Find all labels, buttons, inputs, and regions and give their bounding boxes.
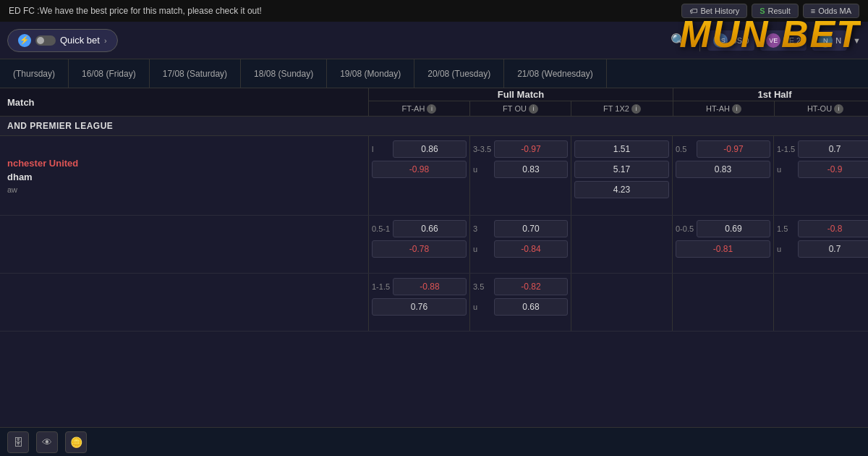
odds-box[interactable]: 0.83: [676, 161, 770, 178]
match-info: [0, 274, 369, 331]
ht-ah-col: 0.5 -0.97 0.83: [673, 136, 774, 215]
date-tab-sun[interactable]: 18/08 (Sunday): [241, 59, 327, 88]
ft-1x2-col: 1.51 5.17 4.23: [571, 136, 673, 215]
ft-ou-col: 3-3.5 -0.97 u 0.83: [470, 136, 571, 215]
odds-row: -0.98: [372, 161, 467, 178]
date-tab-tue[interactable]: 20/08 (Tuesday): [414, 59, 504, 88]
odds-box[interactable]: -0.97: [697, 140, 770, 158]
odds-row: u 0.7: [777, 240, 868, 258]
coin-icon: 🪙: [70, 436, 82, 448]
odds-label: 0.5-1: [372, 224, 390, 233]
odds-box[interactable]: 0.83: [494, 161, 568, 178]
odds-row: u -0.84: [473, 240, 568, 258]
odds-box[interactable]: 0.70: [494, 220, 568, 237]
odds-label: u: [473, 165, 491, 174]
odds-box[interactable]: -0.84: [494, 240, 568, 258]
odds-label: 3-3.5: [473, 145, 491, 153]
odds-box-2[interactable]: 4.23: [574, 181, 669, 198]
odds-box-x[interactable]: 5.17: [574, 161, 669, 178]
odds-label: l: [372, 145, 390, 153]
quick-bet-button[interactable]: ⚡ Quick bet ›: [7, 29, 118, 52]
odds-box[interactable]: -0.9: [798, 161, 868, 178]
odds-row: -0.81: [676, 240, 770, 258]
ft-1x2-info[interactable]: i: [631, 104, 641, 114]
odds-label: u: [473, 303, 491, 311]
odds-row: u 0.68: [473, 298, 568, 316]
odds-box[interactable]: 0.7: [798, 140, 868, 158]
full-match-label: Full Match: [369, 88, 673, 101]
odds-row: l 0.86: [372, 140, 467, 158]
th-ft-1x2: FT 1X2 i: [571, 101, 673, 116]
home-team: nchester United: [7, 158, 361, 169]
date-tab-fri[interactable]: 16/08 (Friday): [69, 59, 150, 88]
odds-row: 3.5 -0.82: [473, 278, 568, 295]
odds-row: u -0.9: [777, 161, 868, 178]
odds-box-1[interactable]: 1.51: [574, 140, 669, 158]
th-ht-ah: HT-AH i: [673, 101, 775, 116]
eye-icon-btn[interactable]: 👁: [36, 431, 58, 453]
odds-box[interactable]: -0.98: [372, 161, 467, 178]
odds-row: 1-1.5 -0.88: [372, 278, 467, 295]
match-info: [0, 216, 369, 273]
ht-ou-info[interactable]: i: [834, 104, 843, 114]
draw-label: aw: [7, 185, 361, 194]
db-icon-btn[interactable]: 🗄: [7, 431, 29, 453]
bottom-toolbar: 🗄 👁 🪙: [0, 427, 868, 456]
date-tab-sat[interactable]: 17/08 (Saturday): [150, 59, 241, 88]
ht-ou-col-empty: [774, 274, 868, 331]
date-tab-wed[interactable]: 21/08 (Wednesday): [504, 59, 607, 88]
odds-box[interactable]: 0.68: [494, 298, 568, 316]
ft-1x2-col-empty: [571, 216, 673, 273]
th-1st-half: 1st Half HT-AH i HT-OU i: [673, 88, 868, 116]
odds-label: 3.5: [473, 282, 491, 291]
league-row: AND PREMIER LEAGUE: [0, 117, 868, 136]
ft-ah-col: 0.5-1 0.66 -0.78: [369, 216, 470, 273]
odds-box[interactable]: -0.81: [676, 240, 770, 258]
table-row: 1-1.5 -0.88 0.76 3.5 -0.82 u 0.68: [0, 274, 868, 332]
ft-ah-info[interactable]: i: [427, 104, 436, 114]
odds-row: 3-3.5 -0.97: [473, 140, 568, 158]
ht-ah-info[interactable]: i: [732, 104, 741, 114]
odds-row: 0.5-1 0.66: [372, 220, 467, 237]
ft-ah-col: 1-1.5 -0.88 0.76: [369, 274, 470, 331]
announcement-text: ED FC :We have the best price for this m…: [9, 6, 681, 16]
odds-label: u: [777, 165, 795, 174]
first-half-subcols: HT-AH i HT-OU i: [673, 101, 868, 116]
eye-icon: 👁: [42, 436, 52, 448]
odds-label: 1.5: [777, 224, 795, 233]
odds-box[interactable]: -0.78: [372, 240, 467, 258]
odds-label: u: [777, 245, 795, 253]
odds-box[interactable]: 0.69: [697, 220, 770, 237]
toggle-knob: [37, 37, 44, 44]
ft-ou-col: 3.5 -0.82 u 0.68: [470, 274, 571, 331]
odds-box[interactable]: 0.76: [372, 298, 467, 316]
ft-ah-col: l 0.86 -0.98: [369, 136, 470, 215]
coin-icon-btn[interactable]: 🪙: [65, 431, 87, 453]
match-info: nchester United dham aw: [0, 136, 369, 215]
th-ft-ou: FT OU i: [470, 101, 571, 116]
quick-bet-toggle[interactable]: [35, 35, 56, 46]
ht-ou-col: 1-1.5 0.7 u -0.9: [774, 136, 868, 215]
odds-box[interactable]: 0.86: [393, 140, 467, 158]
odds-label: 0.5: [676, 145, 694, 153]
odds-row: 0.83: [676, 161, 770, 178]
odds-box[interactable]: -0.88: [393, 278, 467, 295]
lightning-icon: ⚡: [18, 34, 31, 47]
chevron-right-icon: ›: [104, 36, 107, 45]
odds-row: 0.76: [372, 298, 467, 316]
table-row: 0.5-1 0.66 -0.78 3 0.70 u -0.84 0-0.5 0.…: [0, 216, 868, 274]
ht-ah-col: 0-0.5 0.69 -0.81: [673, 216, 774, 273]
date-tab-thu[interactable]: (Thursday): [0, 59, 69, 88]
odds-label: 1-1.5: [372, 282, 390, 291]
odds-box[interactable]: 0.66: [393, 220, 467, 237]
ht-ah-col-empty: [673, 274, 774, 331]
db-icon: 🗄: [13, 436, 23, 448]
odds-box[interactable]: -0.97: [494, 140, 568, 158]
odds-label: 3: [473, 224, 491, 233]
date-tab-mon[interactable]: 19/08 (Monday): [327, 59, 414, 88]
odds-box[interactable]: -0.8: [798, 220, 868, 237]
ft-ou-col: 3 0.70 u -0.84: [470, 216, 571, 273]
odds-box[interactable]: -0.82: [494, 278, 568, 295]
ft-ou-info[interactable]: i: [529, 104, 538, 114]
odds-box[interactable]: 0.7: [798, 240, 868, 258]
